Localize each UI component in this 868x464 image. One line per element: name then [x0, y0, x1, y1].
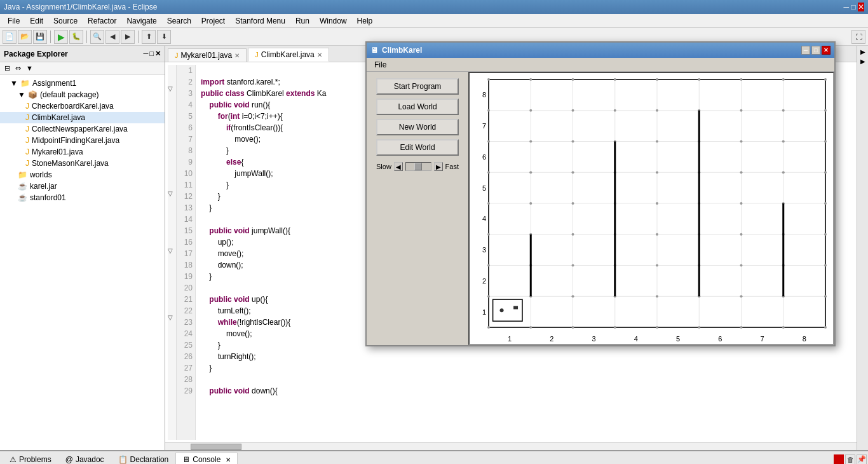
next-edit-btn[interactable]: ⬇ — [157, 30, 171, 44]
maximize-view-btn[interactable]: ⛶ — [851, 30, 865, 44]
tree-climbkarel[interactable]: J ClimbKarel.java — [0, 112, 165, 123]
speed-thumb[interactable] — [414, 163, 422, 170]
menu-bar: File Edit Source Refactor Navigate Searc… — [0, 14, 868, 28]
tab-mykarel[interactable]: J Mykarel01.java ✕ — [168, 48, 247, 62]
menu-project[interactable]: Project — [196, 15, 230, 27]
tab-close-climbkarel[interactable]: ✕ — [317, 51, 322, 58]
run-btn[interactable]: ▶ — [54, 30, 68, 44]
app-title: Java - Assignment1/ClimbKarel.java - Ecl… — [4, 3, 157, 11]
h-scrollbar[interactable] — [165, 442, 857, 450]
pe-menu-btn[interactable]: ▼ — [24, 64, 35, 73]
karel-menu-file[interactable]: File — [370, 60, 390, 70]
karel-window-title: ClimbKarel — [382, 46, 422, 55]
bottom-tabs: ⚠ Problems @ Javadoc 📋 Declaration 🖥 Con… — [0, 451, 868, 464]
clear-console-btn[interactable]: 🗑 — [845, 454, 855, 465]
start-program-btn[interactable]: Start Program — [376, 78, 459, 95]
menu-refactor[interactable]: Refactor — [83, 15, 121, 27]
tab-javadoc[interactable]: @ Javadoc — [58, 453, 111, 465]
tree-worlds[interactable]: 📁 worlds — [0, 169, 165, 181]
karel-window-icon: 🖥 — [370, 46, 378, 55]
menu-stanford[interactable]: Stanford Menu — [230, 15, 290, 27]
tree-label: Mykarel01.java — [32, 147, 83, 156]
declaration-label: Declaration — [130, 455, 169, 464]
speed-right-btn[interactable]: ▶ — [434, 162, 443, 171]
minimize-btn[interactable]: ─ — [844, 3, 850, 11]
sep2 — [86, 31, 87, 43]
back-btn[interactable]: ◀ — [105, 30, 119, 44]
karel-maximize-btn[interactable]: □ — [811, 46, 820, 55]
karel-minimize-btn[interactable]: ─ — [801, 46, 810, 55]
prev-edit-btn[interactable]: ⬆ — [142, 30, 156, 44]
package-icon: 📦 — [28, 90, 37, 99]
tab-problems[interactable]: ⚠ Problems — [3, 453, 58, 465]
close-btn[interactable]: ✕ — [858, 3, 864, 11]
tree-stonemason[interactable]: J StoneMasonKarel.java — [0, 158, 165, 169]
collapse-jumpwall[interactable]: ▽ — [168, 190, 173, 197]
tree-checkerboard[interactable]: J CheckerboardKarel.java — [0, 100, 165, 112]
forward-btn[interactable]: ▶ — [121, 30, 135, 44]
menu-source[interactable]: Source — [48, 15, 83, 27]
search-btn[interactable]: 🔍 — [90, 30, 104, 44]
load-world-btn[interactable]: Load World — [376, 99, 459, 115]
console-close[interactable]: ✕ — [226, 456, 231, 463]
tree-assignment1[interactable]: ▼ 📁 Assignment1 — [0, 78, 165, 89]
save-btn[interactable]: 💾 — [33, 30, 47, 44]
new-world-btn[interactable]: New World — [376, 119, 459, 135]
console-pin-btn[interactable]: 📌 — [857, 454, 867, 465]
right-btn2[interactable]: ▶ — [860, 58, 865, 65]
karel-menubar: File — [367, 58, 834, 72]
open-btn[interactable]: 📂 — [18, 30, 32, 44]
stop-btn[interactable] — [834, 454, 844, 465]
karel-canvas — [470, 73, 832, 345]
console-toolbar: 🗑 📌 — [832, 453, 868, 465]
tree-midpoint[interactable]: J MidpointFindingKarel.java — [0, 135, 165, 146]
scroll-thumb[interactable] — [191, 444, 241, 450]
tree-kareljar[interactable]: ☕ karel.jar — [0, 181, 165, 192]
declaration-icon: 📋 — [118, 455, 128, 464]
tree-mykarel[interactable]: J Mykarel01.java — [0, 146, 165, 158]
tab-climbkarel[interactable]: J ClimbKarel.java ✕ — [248, 48, 329, 62]
edit-world-btn[interactable]: Edit World — [376, 139, 459, 156]
pe-collapse-btn[interactable]: ⊟ — [3, 64, 12, 73]
pe-maximize[interactable]: □ — [149, 50, 154, 58]
java-icon: J — [25, 125, 29, 133]
karel-close-btn[interactable]: ✕ — [822, 46, 831, 55]
tab-declaration[interactable]: 📋 Declaration — [111, 453, 176, 465]
menu-run[interactable]: Run — [290, 15, 315, 27]
menu-search[interactable]: Search — [162, 15, 196, 27]
java-icon: J — [25, 102, 29, 111]
tree-default-package[interactable]: ▼ 📦 (default package) — [0, 89, 165, 100]
menu-file[interactable]: File — [3, 15, 25, 27]
karel-window: 🖥 ClimbKarel ─ □ ✕ File Start Program Lo… — [365, 41, 836, 346]
tab-console[interactable]: 🖥 Console ✕ — [175, 453, 238, 464]
debug-btn[interactable]: 🐛 — [69, 30, 83, 44]
pe-link-btn[interactable]: ⇔ — [13, 64, 23, 73]
speed-control: Slow ◀ ▶ Fast — [376, 162, 459, 171]
menu-navigate[interactable]: Navigate — [121, 15, 161, 27]
javadoc-icon: @ — [65, 455, 73, 464]
collapse-run[interactable]: ▽ — [168, 85, 173, 92]
maximize-btn[interactable]: □ — [851, 3, 855, 11]
pe-minimize[interactable]: ─ — [144, 50, 149, 58]
slow-label: Slow — [376, 163, 391, 170]
right-btn1[interactable]: ▶ — [860, 48, 865, 55]
pe-close[interactable]: ✕ — [155, 50, 161, 58]
sep3 — [138, 31, 139, 43]
collapse-up[interactable]: ▽ — [168, 247, 173, 254]
tree-collectnewspaper[interactable]: J CollectNewspaperKarel.java — [0, 123, 165, 135]
menu-help[interactable]: Help — [352, 15, 378, 27]
bottom-panel: ⚠ Problems @ Javadoc 📋 Declaration 🖥 Con… — [0, 450, 868, 464]
java-icon: J — [25, 159, 29, 168]
menu-window[interactable]: Window — [315, 15, 352, 27]
collapse-down[interactable]: ▽ — [168, 314, 173, 321]
new-btn[interactable]: 📄 — [3, 30, 17, 44]
fast-label: Fast — [445, 163, 459, 170]
jar-icon: ☕ — [18, 182, 27, 191]
right-panel: ▶ ▶ — [857, 46, 868, 450]
tab-close-mykarel[interactable]: ✕ — [234, 52, 240, 59]
tree-stanford01[interactable]: ☕ stanford01 — [0, 192, 165, 203]
menu-edit[interactable]: Edit — [25, 15, 48, 27]
speed-left-btn[interactable]: ◀ — [394, 162, 403, 171]
speed-slider[interactable] — [405, 162, 431, 171]
code-content[interactable]: import stanford.karel.*; public class Cl… — [196, 65, 331, 440]
